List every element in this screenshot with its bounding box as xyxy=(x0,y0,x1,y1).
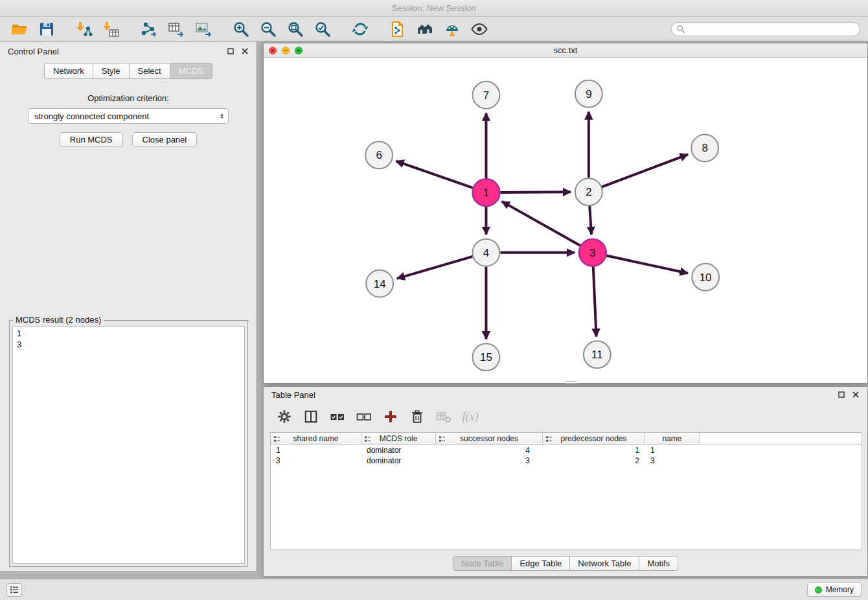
export-network-icon xyxy=(141,21,157,38)
refresh-layout-button[interactable] xyxy=(348,19,372,40)
export-image-button[interactable] xyxy=(192,19,215,40)
network-window-titlebar[interactable]: scc.txt xyxy=(264,43,867,58)
export-network-button[interactable] xyxy=(137,19,161,40)
cell-shared-name[interactable]: 3 xyxy=(271,456,361,465)
zoom-window-button[interactable] xyxy=(295,47,303,54)
close-panel-icon[interactable] xyxy=(241,47,249,55)
cell-mcds-role[interactable]: dominator xyxy=(361,456,436,465)
window-titlebar[interactable]: Session: New Session xyxy=(0,0,868,17)
edge-1-2[interactable] xyxy=(500,192,571,192)
column-header-successor-nodes[interactable]: successor nodes xyxy=(436,433,543,444)
delete-row-button[interactable] xyxy=(409,409,425,424)
tab-network-table[interactable]: Network Table xyxy=(569,556,639,571)
node-table-header: shared name MCDS role successor nodes pr… xyxy=(271,433,862,445)
close-panel-button[interactable]: Close panel xyxy=(132,132,198,147)
add-row-button[interactable] xyxy=(383,409,398,424)
cell-shared-name[interactable]: 1 xyxy=(271,446,361,455)
node-14[interactable]: 14 xyxy=(366,270,393,297)
minimize-window-button[interactable] xyxy=(282,47,290,54)
table-row[interactable]: 3 dominator 3 2 3 xyxy=(271,456,862,466)
zoom-selected-button[interactable] xyxy=(311,19,334,40)
column-header-mcds-role[interactable]: MCDS role xyxy=(361,433,436,444)
node-11[interactable]: 11 xyxy=(584,341,611,368)
close-icon xyxy=(852,391,859,398)
edge-2-8[interactable] xyxy=(602,154,688,187)
float-panel-icon[interactable] xyxy=(227,47,234,55)
tab-mcds[interactable]: MCDS xyxy=(170,63,212,79)
node-6[interactable]: 6 xyxy=(365,141,393,168)
export-table-button[interactable] xyxy=(165,19,188,40)
share-document-button[interactable] xyxy=(386,19,409,40)
network-canvas[interactable]: 7968124314101511 xyxy=(264,58,867,383)
table-row[interactable]: 1 dominator 4 1 1 xyxy=(271,445,862,456)
zoom-fit-button[interactable] xyxy=(284,19,307,40)
cell-successor-nodes[interactable]: 4 xyxy=(436,446,543,455)
float-table-panel-icon[interactable] xyxy=(838,391,845,398)
layout-group xyxy=(348,19,372,40)
criterion-dropdown[interactable]: strongly connected component ▲▼ xyxy=(28,108,229,124)
edge-1-6[interactable] xyxy=(396,161,472,188)
open-folder-icon xyxy=(11,21,28,38)
select-all-columns-button[interactable] xyxy=(330,409,345,424)
save-session-button[interactable] xyxy=(35,19,58,40)
edge-4-14[interactable] xyxy=(397,257,473,279)
style-paint-button[interactable] xyxy=(440,19,464,40)
tab-network[interactable]: Network xyxy=(44,63,93,79)
misc-group xyxy=(386,19,491,40)
column-header-name[interactable]: name xyxy=(645,433,700,444)
show-hide-button[interactable] xyxy=(468,19,491,40)
node-3[interactable]: 3 xyxy=(579,239,606,266)
tab-node-table[interactable]: Node Table xyxy=(453,556,512,571)
tab-motifs[interactable]: Motifs xyxy=(639,556,678,571)
column-header-predecessor-nodes[interactable]: predecessor nodes xyxy=(543,433,645,444)
memory-button[interactable]: Memory xyxy=(807,583,862,597)
cell-successor-nodes[interactable]: 3 xyxy=(436,456,543,465)
close-window-button[interactable] xyxy=(269,47,277,54)
node-10[interactable]: 10 xyxy=(692,264,719,291)
zoom-in-button[interactable] xyxy=(229,19,253,40)
delete-table-button[interactable] xyxy=(436,409,451,424)
node-4[interactable]: 4 xyxy=(473,239,500,266)
cell-predecessor-nodes[interactable]: 1 xyxy=(543,446,645,455)
node-2[interactable]: 2 xyxy=(575,178,602,205)
network-graph[interactable]: 7968124314101511 xyxy=(264,58,867,383)
home-button[interactable] xyxy=(413,19,437,40)
attribute-icon xyxy=(439,435,446,443)
split-columns-button[interactable] xyxy=(303,409,319,424)
cell-predecessor-nodes[interactable]: 2 xyxy=(543,456,645,465)
cell-name[interactable]: 1 xyxy=(645,446,700,455)
svg-text:7: 7 xyxy=(483,89,489,102)
run-mcds-button[interactable]: Run MCDS xyxy=(60,132,123,147)
svg-text:10: 10 xyxy=(700,271,712,284)
tab-edge-table[interactable]: Edge Table xyxy=(511,556,570,571)
node-1[interactable]: 1 xyxy=(473,179,500,206)
svg-text:6: 6 xyxy=(376,149,382,161)
node-15[interactable]: 15 xyxy=(473,343,500,371)
table-settings-button[interactable] xyxy=(277,409,292,424)
edge-2-3[interactable] xyxy=(589,206,591,235)
zoom-out-button[interactable] xyxy=(257,19,280,40)
task-history-button[interactable] xyxy=(6,583,22,597)
edge-3-10[interactable] xyxy=(606,255,688,273)
node-7[interactable]: 7 xyxy=(473,82,500,109)
deselect-all-columns-button[interactable] xyxy=(356,409,372,424)
tab-style[interactable]: Style xyxy=(93,63,130,79)
edge-3-1[interactable] xyxy=(502,202,580,246)
attribute-icon xyxy=(545,435,553,443)
edge-3-11[interactable] xyxy=(593,267,597,337)
node-8[interactable]: 8 xyxy=(691,135,718,162)
search-input[interactable] xyxy=(671,22,860,36)
column-header-shared-name[interactable]: shared name xyxy=(271,433,361,444)
node-9[interactable]: 9 xyxy=(575,80,602,108)
splitter-grip[interactable] xyxy=(565,381,577,384)
cell-name[interactable]: 3 xyxy=(645,456,700,465)
mcds-result-list[interactable]: 1 3 xyxy=(12,326,245,564)
import-network-button[interactable] xyxy=(73,19,96,40)
import-table-button[interactable] xyxy=(100,19,123,40)
function-builder-button[interactable]: f(x) xyxy=(463,409,478,424)
open-session-button[interactable] xyxy=(8,19,31,40)
tab-select[interactable]: Select xyxy=(129,63,170,79)
application-window: Session: New Session xyxy=(0,0,868,600)
close-table-panel-icon[interactable] xyxy=(852,391,860,398)
cell-mcds-role[interactable]: dominator xyxy=(361,446,436,455)
